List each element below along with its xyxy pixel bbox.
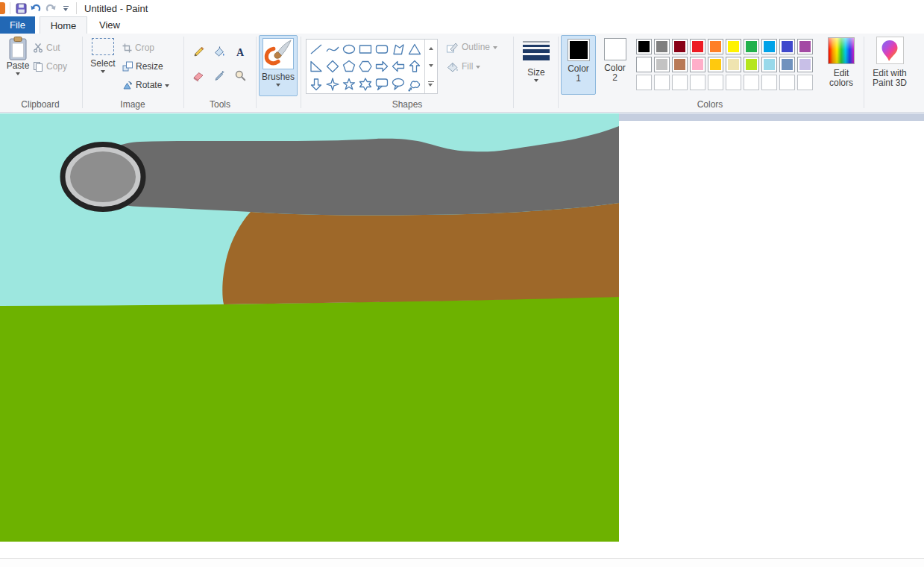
edit-with-paint3d-button[interactable]: Edit with Paint 3D bbox=[867, 37, 913, 88]
eraser-tool-icon[interactable] bbox=[188, 63, 209, 87]
shape-line[interactable] bbox=[308, 40, 324, 57]
palette-swatch-empty[interactable] bbox=[672, 75, 688, 90]
cut-icon bbox=[33, 43, 43, 53]
rotate-button[interactable]: Rotate bbox=[122, 79, 169, 91]
palette-swatch[interactable] bbox=[797, 39, 813, 54]
magnifier-tool-icon[interactable] bbox=[230, 63, 251, 87]
shape-six-point-star[interactable] bbox=[357, 75, 374, 93]
crop-button[interactable]: Crop bbox=[122, 42, 154, 54]
fill-with-color-tool-icon[interactable] bbox=[209, 40, 230, 63]
palette-swatch[interactable] bbox=[672, 39, 688, 54]
palette-swatch-empty[interactable] bbox=[708, 75, 723, 90]
palette-swatch[interactable] bbox=[672, 57, 688, 72]
drawing-canvas[interactable] bbox=[0, 113, 619, 542]
size-button[interactable]: Size bbox=[516, 38, 556, 82]
palette-swatch[interactable] bbox=[636, 39, 652, 54]
shape-curve[interactable] bbox=[324, 40, 341, 57]
shape-right-arrow[interactable] bbox=[374, 58, 390, 75]
palette-swatch[interactable] bbox=[654, 39, 670, 54]
palette-swatch[interactable] bbox=[708, 57, 723, 72]
palette-swatch-empty[interactable] bbox=[761, 75, 777, 90]
palette-swatch-empty[interactable] bbox=[636, 75, 652, 90]
palette-swatch-empty[interactable] bbox=[779, 75, 795, 90]
shapes-scroll-down[interactable] bbox=[429, 64, 433, 67]
select-button[interactable]: Select bbox=[87, 38, 119, 73]
shapes-group-label: Shapes bbox=[301, 99, 513, 110]
status-bar bbox=[0, 558, 924, 567]
tab-view[interactable]: View bbox=[87, 16, 132, 34]
shape-rounded-rectangle[interactable] bbox=[374, 40, 390, 57]
shape-ellipse[interactable] bbox=[341, 40, 357, 57]
image-group-label: Image bbox=[84, 99, 182, 110]
outline-button[interactable]: Outline bbox=[446, 41, 497, 53]
svg-text:A: A bbox=[236, 46, 244, 57]
palette-swatch[interactable] bbox=[797, 57, 813, 72]
copy-button[interactable]: Copy bbox=[33, 60, 67, 72]
palette-swatch[interactable] bbox=[744, 39, 759, 54]
shape-five-point-star[interactable] bbox=[341, 75, 357, 93]
divider bbox=[513, 37, 514, 108]
color-picker-tool-icon[interactable] bbox=[209, 63, 230, 87]
divider bbox=[183, 37, 184, 108]
workspace bbox=[0, 113, 924, 558]
palette-swatch[interactable] bbox=[654, 57, 670, 72]
shape-four-point-star[interactable] bbox=[324, 75, 341, 93]
paste-button[interactable]: Paste bbox=[3, 36, 33, 75]
shape-diamond[interactable] bbox=[324, 58, 341, 75]
pencil-tool-icon[interactable] bbox=[188, 40, 209, 63]
palette-swatch[interactable] bbox=[744, 57, 759, 72]
shapes-more-button[interactable] bbox=[428, 81, 434, 87]
palette-swatch[interactable] bbox=[726, 57, 741, 72]
palette-swatch-empty[interactable] bbox=[690, 75, 705, 90]
palette-swatch-empty[interactable] bbox=[797, 75, 813, 90]
divider bbox=[558, 37, 559, 108]
qat-dropdown-icon[interactable] bbox=[58, 1, 73, 15]
undo-icon[interactable] bbox=[28, 1, 43, 15]
brushes-dropdown-icon bbox=[276, 84, 280, 87]
palette-swatch-empty[interactable] bbox=[744, 75, 759, 90]
palette-swatch[interactable] bbox=[636, 57, 652, 72]
shape-oval-callout[interactable] bbox=[390, 75, 406, 93]
palette-swatch[interactable] bbox=[761, 57, 777, 72]
tab-file[interactable]: File bbox=[0, 16, 35, 34]
palette-swatch[interactable] bbox=[690, 57, 705, 72]
color1-button[interactable]: Color 1 bbox=[561, 35, 596, 95]
resize-button[interactable]: Resize bbox=[122, 60, 163, 72]
palette-swatch[interactable] bbox=[779, 57, 795, 72]
shape-down-arrow[interactable] bbox=[308, 75, 324, 93]
shape-triangle[interactable] bbox=[406, 40, 423, 57]
shape-up-arrow[interactable] bbox=[406, 58, 423, 75]
palette-row-empty bbox=[636, 75, 813, 90]
palette-swatch[interactable] bbox=[761, 39, 777, 54]
edit-colors-icon bbox=[828, 37, 855, 64]
shape-right-triangle[interactable] bbox=[308, 58, 324, 75]
palette-swatch[interactable] bbox=[779, 39, 795, 54]
fill-button[interactable]: Fill bbox=[446, 60, 480, 72]
paint-logo[interactable] bbox=[0, 2, 5, 14]
shape-rectangle[interactable] bbox=[357, 40, 374, 57]
text-tool-icon[interactable]: A bbox=[230, 40, 251, 63]
brushes-button[interactable]: Brushes bbox=[259, 35, 298, 96]
edit-colors-button[interactable]: Edit colors bbox=[822, 37, 861, 88]
palette-swatch[interactable] bbox=[726, 39, 741, 54]
workspace-top-strip bbox=[619, 113, 924, 121]
shapes-scroll-up[interactable] bbox=[429, 47, 433, 50]
window-title: Untitled - Paint bbox=[84, 3, 148, 14]
redo-icon[interactable] bbox=[43, 1, 58, 15]
shape-polygon[interactable] bbox=[390, 40, 406, 57]
palette-swatch-empty[interactable] bbox=[726, 75, 741, 90]
color2-button[interactable]: Color 2 bbox=[597, 35, 632, 95]
shape-left-arrow[interactable] bbox=[390, 58, 406, 75]
palette-swatch[interactable] bbox=[708, 39, 723, 54]
divider bbox=[301, 37, 301, 108]
shape-rounded-callout[interactable] bbox=[374, 75, 390, 93]
save-icon[interactable] bbox=[13, 1, 28, 15]
shape-cloud-callout[interactable] bbox=[406, 75, 423, 93]
tab-home[interactable]: Home bbox=[40, 16, 87, 34]
rotate-icon bbox=[122, 80, 133, 90]
shape-pentagon[interactable] bbox=[341, 58, 357, 75]
cut-button[interactable]: Cut bbox=[33, 42, 60, 54]
palette-swatch-empty[interactable] bbox=[654, 75, 670, 90]
shape-hexagon[interactable] bbox=[357, 58, 374, 75]
palette-swatch[interactable] bbox=[690, 39, 705, 54]
